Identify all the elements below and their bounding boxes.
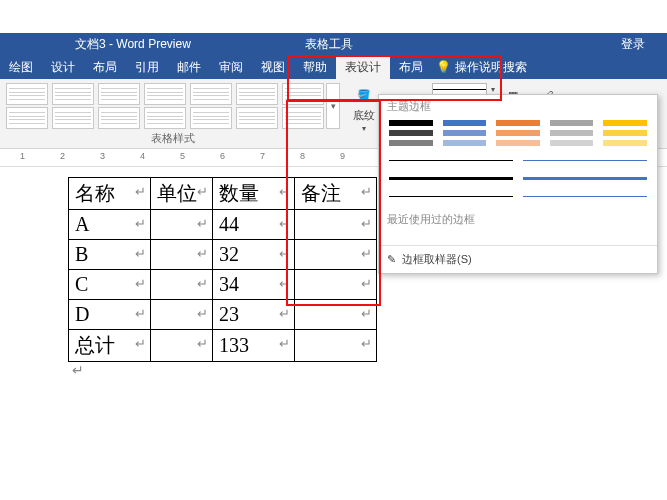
table-style-thumb[interactable] bbox=[190, 107, 232, 129]
table-style-thumb[interactable] bbox=[52, 107, 94, 129]
table-row: C↵↵34↵↵ bbox=[69, 270, 377, 300]
table-cell: 133↵ bbox=[213, 330, 295, 362]
border-swatch[interactable] bbox=[550, 120, 594, 126]
table-row: D↵↵23↵↵ bbox=[69, 300, 377, 330]
table-cell: ↵ bbox=[295, 300, 377, 330]
dropdown-section-label: 最近使用过的边框 bbox=[379, 208, 657, 231]
ruler-tick: 7 bbox=[260, 151, 265, 161]
table-style-thumb[interactable] bbox=[144, 83, 186, 105]
border-swatch[interactable] bbox=[550, 140, 594, 146]
border-line-option[interactable] bbox=[389, 172, 647, 184]
document-title: 文档3 - Word Preview bbox=[75, 36, 191, 53]
table-cell: ↵ bbox=[151, 240, 213, 270]
border-swatch[interactable] bbox=[603, 120, 647, 126]
table-cell: ↵ bbox=[295, 240, 377, 270]
table-cell: ↵ bbox=[295, 210, 377, 240]
border-swatch[interactable] bbox=[603, 140, 647, 146]
border-swatch[interactable] bbox=[443, 140, 487, 146]
content-table[interactable]: 名称↵ 单位↵ 数量↵ 备注↵ A↵↵44↵↵ B↵↵32↵↵ C↵↵34↵↵ … bbox=[68, 177, 377, 362]
table-style-thumb[interactable] bbox=[236, 107, 278, 129]
dropdown-section-label: 主题边框 bbox=[379, 95, 657, 118]
tab-references[interactable]: 引用 bbox=[126, 55, 168, 79]
border-swatch[interactable] bbox=[389, 140, 433, 146]
table-style-thumb[interactable] bbox=[52, 83, 94, 105]
ruler-tick: 3 bbox=[100, 151, 105, 161]
tab-view[interactable]: 视图 bbox=[252, 55, 294, 79]
ruler-tick: 4 bbox=[140, 151, 145, 161]
ruler-tick: 6 bbox=[220, 151, 225, 161]
group-label: 表格样式 bbox=[151, 131, 195, 146]
tell-me[interactable]: 💡 操作说明搜索 bbox=[436, 59, 527, 76]
tab-review[interactable]: 审阅 bbox=[210, 55, 252, 79]
table-style-thumb[interactable] bbox=[282, 107, 324, 129]
table-style-thumb[interactable] bbox=[6, 83, 48, 105]
table-cell: ↵ bbox=[151, 210, 213, 240]
table-cell: ↵ bbox=[295, 330, 377, 362]
table-cell: ↵ bbox=[151, 270, 213, 300]
table-cell: 34↵ bbox=[213, 270, 295, 300]
border-styles-dropdown: 主题边框 最近使用过的边框 ✎ 边框取样器(S) bbox=[378, 94, 658, 274]
bucket-icon: 🪣 bbox=[352, 83, 376, 107]
table-cell: 名称↵ bbox=[69, 178, 151, 210]
table-cell: 23↵ bbox=[213, 300, 295, 330]
table-cell: D↵ bbox=[69, 300, 151, 330]
tab-table-layout[interactable]: 布局 bbox=[390, 55, 432, 79]
border-line-option[interactable] bbox=[389, 190, 647, 202]
table-cell: 44↵ bbox=[213, 210, 295, 240]
border-swatch[interactable] bbox=[443, 130, 487, 136]
paragraph-mark-icon: ↵ bbox=[72, 362, 84, 378]
tab-table-design[interactable]: 表设计 bbox=[336, 55, 390, 79]
shading-button[interactable]: 🪣 底纹 ▾ bbox=[352, 83, 376, 133]
table-row: 名称↵ 单位↵ 数量↵ 备注↵ bbox=[69, 178, 377, 210]
border-swatch[interactable] bbox=[389, 120, 433, 126]
border-line-option[interactable] bbox=[389, 154, 647, 166]
table-row: 总计↵↵133↵↵ bbox=[69, 330, 377, 362]
tab-design[interactable]: 设计 bbox=[42, 55, 84, 79]
border-swatch[interactable] bbox=[389, 130, 433, 136]
border-sampler-item[interactable]: ✎ 边框取样器(S) bbox=[379, 245, 657, 273]
table-style-thumb[interactable] bbox=[282, 83, 324, 105]
table-cell: ↵ bbox=[151, 300, 213, 330]
table-style-thumb[interactable] bbox=[98, 83, 140, 105]
tab-help[interactable]: 帮助 bbox=[294, 55, 336, 79]
styles-more-button[interactable]: ▾ bbox=[326, 83, 340, 129]
border-swatch[interactable] bbox=[603, 130, 647, 136]
table-cell: 数量↵ bbox=[213, 178, 295, 210]
border-swatch[interactable] bbox=[496, 140, 540, 146]
ruler-tick: 8 bbox=[300, 151, 305, 161]
table-style-thumb[interactable] bbox=[144, 107, 186, 129]
table-cell: 32↵ bbox=[213, 240, 295, 270]
eyedropper-icon: ✎ bbox=[387, 253, 396, 266]
ribbon-tabs: 绘图 设计 布局 引用 邮件 审阅 视图 帮助 表设计 布局 💡 操作说明搜索 bbox=[0, 55, 667, 79]
table-cell: 总计↵ bbox=[69, 330, 151, 362]
tab-mail[interactable]: 邮件 bbox=[168, 55, 210, 79]
table-style-thumb[interactable] bbox=[190, 83, 232, 105]
tab-layout[interactable]: 布局 bbox=[84, 55, 126, 79]
border-swatch[interactable] bbox=[550, 130, 594, 136]
table-cell: ↵ bbox=[295, 270, 377, 300]
login-button[interactable]: 登录 bbox=[621, 36, 645, 53]
table-cell: A↵ bbox=[69, 210, 151, 240]
lightbulb-icon: 💡 bbox=[436, 60, 451, 74]
theme-border-palette bbox=[379, 118, 657, 152]
table-cell: 备注↵ bbox=[295, 178, 377, 210]
ruler-tick: 5 bbox=[180, 151, 185, 161]
ruler-tick: 1 bbox=[20, 151, 25, 161]
table-tools-label: 表格工具 bbox=[305, 36, 353, 53]
table-style-thumb[interactable] bbox=[6, 107, 48, 129]
ruler-tick: 9 bbox=[340, 151, 345, 161]
border-swatch[interactable] bbox=[443, 120, 487, 126]
border-swatch[interactable] bbox=[496, 130, 540, 136]
title-bar: 文档3 - Word Preview 表格工具 登录 bbox=[0, 33, 667, 55]
ruler-tick: 2 bbox=[60, 151, 65, 161]
table-cell: C↵ bbox=[69, 270, 151, 300]
border-swatch[interactable] bbox=[496, 120, 540, 126]
table-style-thumb[interactable] bbox=[236, 83, 278, 105]
table-cell: B↵ bbox=[69, 240, 151, 270]
table-styles-group: ▾ 表格样式 bbox=[0, 79, 346, 148]
table-cell: 单位↵ bbox=[151, 178, 213, 210]
table-row: A↵↵44↵↵ bbox=[69, 210, 377, 240]
table-style-thumb[interactable] bbox=[98, 107, 140, 129]
table-row: B↵↵32↵↵ bbox=[69, 240, 377, 270]
tab-draw[interactable]: 绘图 bbox=[0, 55, 42, 79]
